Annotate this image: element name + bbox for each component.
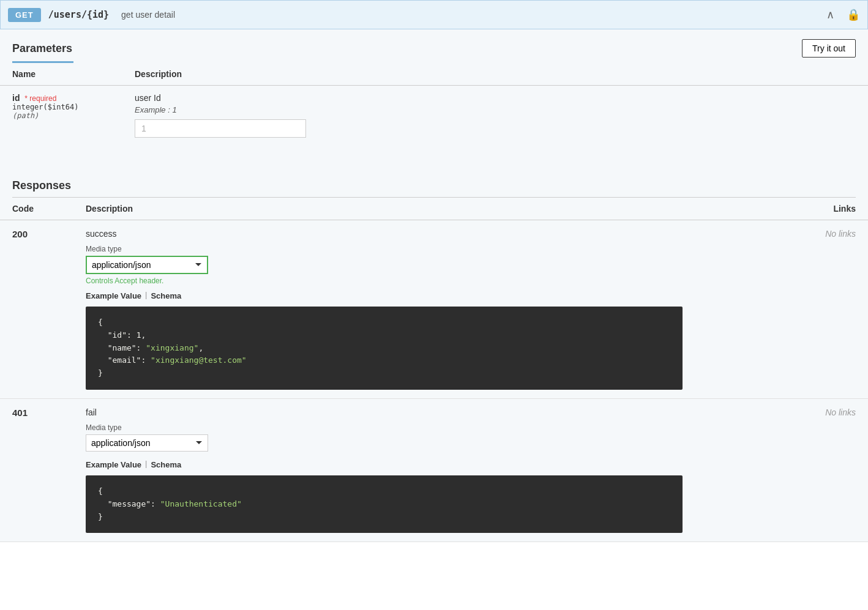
param-desc-cell: user Id Example : 1	[122, 86, 868, 146]
response-links-200: No links	[695, 220, 868, 399]
param-name-cell: id * required integer($int64) (path)	[0, 86, 122, 146]
response-row-200: 200 success Media type application/json …	[0, 220, 868, 399]
params-spacer	[0, 145, 868, 163]
response-description-401: fail	[86, 407, 683, 417]
no-links-401: No links	[825, 407, 856, 417]
media-type-label-401: Media type	[86, 423, 683, 432]
table-row: id * required integer($int64) (path) use…	[0, 86, 868, 146]
example-value-tab-401[interactable]: Example Value	[86, 459, 141, 471]
http-method-badge: GET	[8, 8, 41, 22]
responses-table: Code Description Links 200 success Media…	[0, 198, 868, 542]
param-id-input[interactable]	[135, 119, 306, 138]
example-value-tab-200[interactable]: Example Value	[86, 290, 141, 302]
response-description-200: success	[86, 229, 683, 239]
col-name-header: Name	[0, 63, 122, 86]
response-links-401: No links	[695, 398, 868, 541]
param-description: user Id	[135, 93, 856, 103]
media-type-label-200: Media type	[86, 245, 683, 253]
response-code-401: 401	[0, 398, 73, 541]
param-name: id	[12, 93, 20, 103]
code-block-401: { "message": "Unauthenticated" }	[86, 475, 683, 533]
tab-divider-401: |	[145, 459, 147, 471]
controls-accept-text-200: Controls Accept header.	[86, 277, 683, 285]
param-location: (path)	[12, 111, 110, 120]
col-desc-header: Description	[73, 198, 695, 220]
response-desc-cell-200: success Media type application/json Cont…	[73, 220, 695, 399]
media-type-select-200[interactable]: application/json	[86, 256, 208, 274]
response-desc-cell-401: fail Media type application/json Example…	[73, 398, 695, 541]
example-schema-tabs-200: Example Value | Schema	[86, 290, 683, 302]
lock-icon[interactable]: 🔒	[847, 8, 860, 21]
api-endpoint-header: GET /users/{id} get user detail ∧ 🔒	[0, 0, 868, 29]
main-content: Parameters Try it out Name Description i…	[0, 29, 868, 542]
responses-section: Responses Code Description Links 200 suc	[0, 163, 868, 542]
schema-tab-401[interactable]: Schema	[151, 459, 181, 471]
responses-title: Responses	[12, 179, 71, 192]
api-description: get user detail	[121, 10, 175, 20]
try-it-out-button[interactable]: Try it out	[802, 39, 856, 58]
param-type: integer($int64)	[12, 103, 110, 111]
param-required-badge: * required	[24, 94, 56, 103]
code-block-200: { "id": 1, "name": "xingxiang", "email":…	[86, 307, 683, 390]
param-example: Example : 1	[135, 105, 856, 114]
example-schema-tabs-401: Example Value | Schema	[86, 459, 683, 471]
no-links-200: No links	[825, 229, 856, 239]
col-links-header: Links	[695, 198, 868, 220]
col-code-header: Code	[0, 198, 73, 220]
response-row-401: 401 fail Media type application/json Exa…	[0, 398, 868, 541]
tab-divider-200: |	[145, 290, 147, 302]
collapse-icon[interactable]: ∧	[826, 8, 834, 21]
col-desc-header: Description	[122, 63, 868, 86]
schema-tab-200[interactable]: Schema	[151, 290, 181, 302]
media-type-select-401[interactable]: application/json	[86, 434, 208, 452]
api-path: /users/{id}	[48, 9, 109, 20]
parameters-table: Name Description id * required integer($…	[0, 63, 868, 145]
parameters-title: Parameters	[12, 42, 72, 55]
response-code-200: 200	[0, 220, 73, 399]
